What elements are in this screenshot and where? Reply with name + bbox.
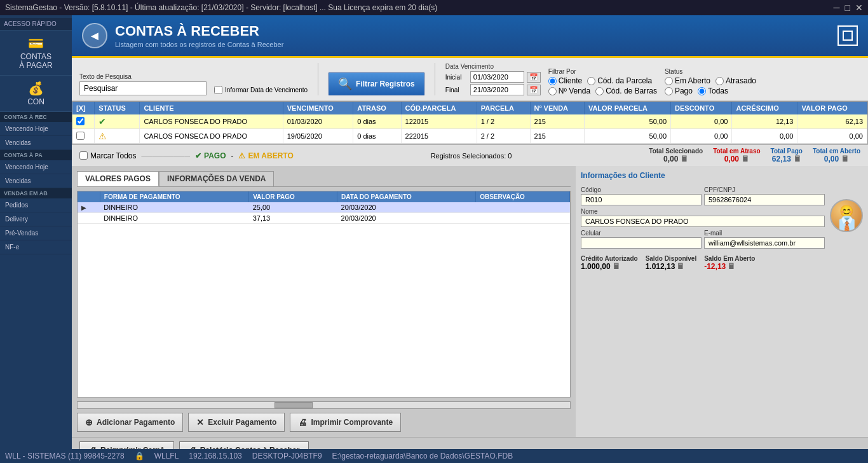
pay-col-valor: VALOR PAGO [249,191,337,202]
row2-atraso: 0 dias [353,129,401,144]
radio-cliente-input[interactable] [548,77,557,85]
data-venc-label: Data Vencimento [445,63,541,70]
client-row: Código CPF/CNPJ Nome [581,186,863,249]
sidebar-sub-item-vencendo-hoje-2[interactable]: Vencendo Hoje [0,160,72,174]
sidebar-sub-item-nfe[interactable]: NF-e [0,240,72,254]
calc-saldo-aberto-icon[interactable]: 🖩 [728,262,735,271]
filtrar-btn-label: Filtrar Registros [356,79,415,88]
filtrar-btn[interactable]: 🔍 Filtrar Registros [329,73,424,95]
radio-cod-barras-input[interactable] [595,87,604,95]
expand-icon [843,31,853,41]
tab-valores-pagos[interactable]: VALORES PAGOS [77,171,159,186]
radio-pago-input[interactable] [665,87,673,95]
calc-icon-1[interactable]: 🖩 [681,155,688,163]
adicionar-pagamento-btn[interactable]: ⊕ Adicionar Pagamento [77,413,183,432]
calc-icon-4[interactable]: 🖩 [841,155,849,163]
calc-icon-2[interactable]: 🖩 [742,155,749,163]
codigo-input[interactable] [581,194,702,205]
radio-todas-label: Todas [708,86,728,95]
excluir-pagamento-btn[interactable]: ✕ Excluir Pagamento [188,413,285,432]
celular-input[interactable] [581,237,702,249]
cal-inicial-btn[interactable]: 📅 [527,72,541,83]
date-inicial-input[interactable] [470,71,524,83]
informar-data-label: Informar Data de Vencimento [225,86,308,93]
back-button[interactable]: ◄ [82,23,107,48]
date-final-input[interactable] [470,84,524,95]
radio-atrasado-input[interactable] [715,77,724,85]
date-check-group: Informar Data de Vencimento [214,86,308,95]
scrollbar-horizontal[interactable] [77,401,571,409]
email-input[interactable] [704,237,825,249]
col-header-acrescimo: ACRÉSCIMO [732,102,797,114]
tab-info-venda[interactable]: INFORMAÇÕES DA VENDA [159,171,275,186]
sidebar-sub-item-pre-vendas[interactable]: Pré-Vendas [0,226,72,240]
calc-icon-3[interactable]: 🖩 [794,155,801,163]
row2-checkbox[interactable] [72,129,95,144]
saldo-aberto-value-row: -12,13 🖩 [704,262,735,271]
search-input[interactable] [79,81,207,95]
filtrar-por-group: Filtrar Por Cliente Cód. da Parcela [548,68,657,95]
maximize-btn[interactable]: □ [845,3,850,13]
row1-parcela: 1 / 2 [477,114,530,129]
close-btn[interactable]: ✕ [855,3,863,13]
table-row[interactable]: ⚠ CARLOS FONSECA DO PRADO 19/05/2020 0 d… [72,129,867,144]
table-row[interactable]: ✔ CARLOS FONSECA DO PRADO 01/03/2020 0 d… [72,114,867,129]
date-inicial-row: Inicial 📅 [445,71,541,83]
radio-cod-parcela-input[interactable] [587,77,595,85]
radio-todas-input[interactable] [698,87,706,95]
payment-table: FORMA DE PAGAMENTO VALOR PAGO DATA DO PA… [78,191,570,224]
calc-saldo-disp-icon[interactable]: 🖩 [677,262,684,271]
row1-desconto: 0,00 [671,114,732,129]
credito-autorizado: Crédito Autorizado 1.000,00 🖩 [581,255,638,271]
sidebar-sub-item-vencendo-hoje[interactable]: Vencendo Hoje [0,122,72,136]
final-label: Final [445,86,468,93]
row1-checkbox[interactable] [72,114,95,129]
sidebar-sub-item-pedidos[interactable]: Pedidos [0,198,72,212]
list-item[interactable]: DINHEIRO 37,13 20/03/2020 [78,213,570,224]
pay-col-obs: OBSERVAÇÃO [476,191,570,202]
total-pago: Total Pago 62,13 🖩 [771,148,803,163]
marcar-todos-label: Marcar Todos [90,151,136,160]
right-lower: Informações do Cliente Código CPF/CNPJ [576,166,868,437]
radio-n-venda: Nº Venda [548,86,590,95]
radio-cod-parcela: Cód. da Parcela [587,76,652,85]
calc-credito-icon[interactable]: 🖩 [613,262,620,271]
marcar-todos-checkbox[interactable] [79,151,88,160]
radio-atrasado-label: Atrasado [726,76,756,85]
total-atraso-value: 0,00 🖩 [724,155,749,163]
col-header-status: STATUS [95,102,140,114]
col-header-cod-parcela: CÓD.PARCELA [401,102,477,114]
col-header-cliente: CLIENTE [140,102,283,114]
pago-label-text: PAGO [204,151,226,160]
minimize-btn[interactable]: ─ [834,3,840,13]
sidebar-item-contas-pagar[interactable]: 💳 CONTASÀ PAGAR [0,31,72,76]
sidebar-section-contas-pa: CONTAS À PA [0,150,72,160]
left-lower: VALORES PAGOS INFORMAÇÕES DA VENDA FORMA… [72,166,576,437]
title-bar-text: SistemaGestao - Versão: [5.8.10.11] - Úl… [5,3,437,12]
marcar-todos-group: Marcar Todos [79,151,136,160]
informar-data-checkbox[interactable] [214,86,222,94]
sidebar-item-contas-rec[interactable]: 💰 CON [0,76,72,112]
status-group: Status Em Aberto Atrasado [665,68,756,95]
col-header-checkbox: [X] [72,102,95,114]
filtrar-por-radios: Cliente Cód. da Parcela [548,76,657,85]
radio-n-venda-input[interactable] [548,87,557,95]
radio-em-aberto-input[interactable] [665,77,673,85]
cpf-input[interactable] [704,194,825,205]
imprimir-comprovante-btn[interactable]: 🖨 Imprimir Comprovante [290,413,401,432]
nome-input[interactable] [581,216,825,227]
sidebar-sub-item-vencidas[interactable]: Vencidas [0,136,72,150]
saldo-disponivel: Saldo Disponível 1.012,13 🖩 [646,255,697,271]
row2-valor-pago: 0,00 [797,129,867,144]
row2-parcela: 2 / 2 [477,129,530,144]
sidebar-sub-item-vencidas-2[interactable]: Vencidas [0,174,72,188]
row1-n-venda: 215 [530,114,584,129]
col-header-n-venda: Nº VENDA [530,102,584,114]
panel-title-area: CONTAS À RECEBER Listagem com todos os r… [115,23,830,48]
list-item[interactable]: ▶ DINHEIRO 25,00 20/03/2020 [78,202,570,213]
col-header-desconto: DESCONTO [671,102,732,114]
sidebar-sub-item-delivery[interactable]: Delivery [0,212,72,226]
cal-final-btn[interactable]: 📅 [527,85,541,95]
total-aberto: Total em Aberto 0,00 🖩 [813,148,860,163]
expand-button[interactable] [837,25,858,46]
